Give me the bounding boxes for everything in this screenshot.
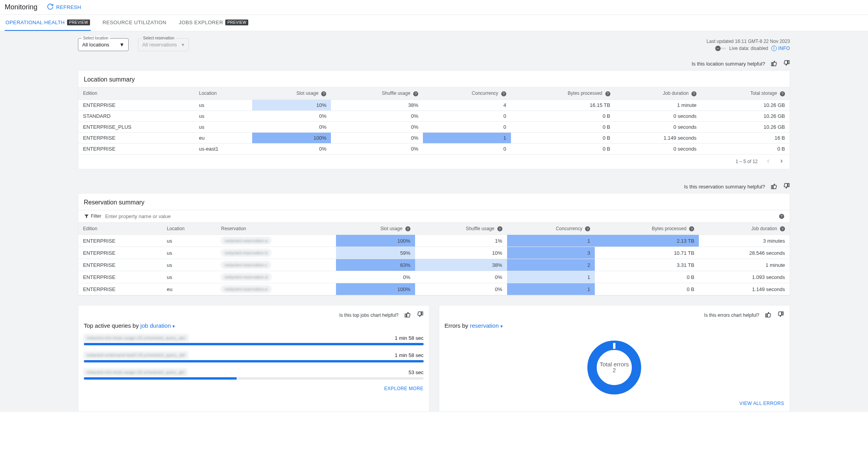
- cell: 10.71 TB: [595, 247, 699, 259]
- help-icon[interactable]: ?: [691, 91, 697, 96]
- cell: 4: [423, 99, 511, 110]
- view-all-errors-link[interactable]: VIEW ALL ERRORS: [445, 401, 785, 406]
- query-row[interactable]: redacted-ondemand-test3.US.scheduled_que…: [84, 352, 424, 362]
- job-duration-dropdown[interactable]: job duration▼: [140, 322, 175, 329]
- preview-badge: PREVIEW: [67, 20, 90, 25]
- info-button[interactable]: i INFO: [771, 46, 790, 51]
- cell: 16 B: [701, 132, 790, 143]
- help-icon[interactable]: ?: [779, 214, 784, 219]
- help-icon[interactable]: ?: [780, 226, 785, 231]
- cell: 0%: [331, 121, 423, 132]
- cell: us: [162, 235, 216, 247]
- table-row[interactable]: ENTERPRISEeuredacted-reservation-e100%0%…: [78, 283, 790, 295]
- cell: 0 B: [511, 121, 615, 132]
- cell: 0%: [252, 110, 331, 121]
- cell: 0 B: [511, 110, 615, 121]
- live-data-toggle[interactable]: –: [715, 46, 721, 51]
- help-icon[interactable]: ?: [501, 91, 506, 96]
- location-select-value: All locations: [82, 42, 109, 48]
- thumbs-up-button[interactable]: [771, 183, 778, 191]
- cell: 1: [507, 271, 595, 283]
- pager-next-button[interactable]: [779, 158, 784, 165]
- thumbs-down-button[interactable]: [417, 311, 424, 319]
- help-icon[interactable]: ?: [689, 226, 694, 231]
- cell: 100%: [252, 132, 331, 143]
- tab-resource-utilization[interactable]: RESOURCE UTILIZATION: [102, 15, 167, 31]
- query-row[interactable]: redacted-e2e-tests-usage.US.scheduled_qu…: [84, 369, 424, 380]
- help-icon[interactable]: ?: [585, 226, 590, 231]
- filter-input[interactable]: [105, 213, 774, 219]
- table-row[interactable]: ENTERPRISEusredacted-reservation-a100%1%…: [78, 235, 790, 247]
- cell: 0 B: [595, 271, 699, 283]
- table-row[interactable]: ENTERPRISEusredacted-reservation-d0%0%10…: [78, 271, 790, 283]
- helpful-bar-location: Is this location summary helpful?: [0, 56, 868, 70]
- reservation-select-legend: Select reservation: [141, 36, 176, 40]
- page-title: Monitoring: [5, 3, 37, 11]
- cell: 10.26 GB: [701, 99, 790, 110]
- column-header: Shuffle usage ?: [331, 87, 423, 100]
- thumbs-up-button[interactable]: [404, 311, 411, 319]
- cell: eu: [162, 283, 216, 295]
- cell: 0 B: [511, 132, 615, 143]
- cell: 0%: [331, 110, 423, 121]
- table-row[interactable]: STANDARDus0%0%00 B0 seconds10.26 GB: [78, 110, 790, 121]
- table-row[interactable]: ENTERPRISE_PLUSus0%0%00 B0 seconds10.26 …: [78, 121, 790, 132]
- query-label: redacted-e2e-tests-usage.US.scheduled_qu…: [84, 369, 187, 376]
- cell: 0%: [252, 121, 331, 132]
- cell: redacted-reservation-c: [216, 259, 336, 271]
- query-row[interactable]: redacted-e2e-tests-usage.US.scheduled_qu…: [84, 334, 424, 345]
- location-pager: 1 – 5 of 12: [78, 154, 790, 169]
- thumbs-down-button[interactable]: [777, 311, 784, 319]
- reservation-summary-title: Reservation summary: [78, 194, 790, 210]
- chevron-down-icon: ▼: [119, 42, 124, 48]
- live-data-value: disabled: [751, 46, 768, 51]
- cell: 38%: [331, 99, 423, 110]
- cell: ENTERPRISE: [78, 283, 162, 295]
- svg-rect-1: [613, 343, 615, 349]
- reservation-dropdown[interactable]: reservation▼: [470, 322, 504, 329]
- tab-operational-health[interactable]: OPERATIONAL HEALTH PREVIEW: [5, 15, 91, 31]
- table-row[interactable]: ENTERPRISEusredacted-reservation-b59%10%…: [78, 247, 790, 259]
- cell: ENTERPRISE: [78, 271, 162, 283]
- column-header: Shuffle usage ?: [415, 222, 507, 235]
- cell: 16.15 TB: [511, 99, 615, 110]
- thumbs-down-button[interactable]: [783, 183, 790, 191]
- cell: 2: [507, 259, 595, 271]
- tab-jobs-explorer[interactable]: JOBS EXPLORER PREVIEW: [178, 15, 249, 31]
- help-icon[interactable]: ?: [605, 91, 610, 96]
- help-icon[interactable]: ?: [413, 91, 418, 96]
- explore-more-link[interactable]: EXPLORE MORE: [84, 386, 424, 391]
- thumbs-up-button[interactable]: [771, 60, 778, 68]
- query-label: redacted-e2e-tests-usage.US.scheduled_qu…: [84, 334, 188, 341]
- cell: 1: [507, 283, 595, 295]
- table-row[interactable]: ENTERPRISEeu100%0%10 B1.149 seconds16 B: [78, 132, 790, 143]
- cell: 0 seconds: [615, 121, 701, 132]
- help-icon[interactable]: ?: [321, 91, 326, 96]
- cell: 3.31 TB: [595, 259, 699, 271]
- location-select[interactable]: Select location All locations ▼: [78, 38, 129, 51]
- table-row[interactable]: ENTERPRISEus-east10%0%00 B0 seconds0 B: [78, 143, 790, 154]
- column-header: Concurrency ?: [423, 87, 511, 100]
- cell: 10%: [252, 99, 331, 110]
- info-icon: i: [771, 46, 777, 51]
- pager-prev-button[interactable]: [765, 158, 771, 165]
- column-header: Slot usage ?: [252, 87, 331, 100]
- cell: us: [162, 247, 216, 259]
- thumbs-up-button[interactable]: [765, 311, 772, 319]
- help-icon[interactable]: ?: [497, 226, 502, 231]
- table-row[interactable]: ENTERPRISEus10%38%416.15 TB1 minute10.26…: [78, 99, 790, 110]
- help-icon[interactable]: ?: [405, 226, 410, 231]
- help-icon[interactable]: ?: [780, 91, 785, 96]
- cell: ENTERPRISE_PLUS: [78, 121, 194, 132]
- column-header: Location: [194, 87, 252, 100]
- reservation-select[interactable]: Select reservation All reservations ▾: [138, 38, 189, 51]
- cell: 0%: [415, 283, 507, 295]
- thumbs-down-button[interactable]: [783, 60, 790, 68]
- column-header: Slot usage ?: [336, 222, 415, 235]
- cell: us: [194, 99, 252, 110]
- refresh-button[interactable]: REFRESH: [47, 3, 81, 11]
- table-row[interactable]: ENTERPRISEusredacted-reservation-c63%38%…: [78, 259, 790, 271]
- cell: 1 minute: [699, 259, 790, 271]
- cell: ENTERPRISE: [78, 132, 194, 143]
- cell: 1.149 seconds: [615, 132, 701, 143]
